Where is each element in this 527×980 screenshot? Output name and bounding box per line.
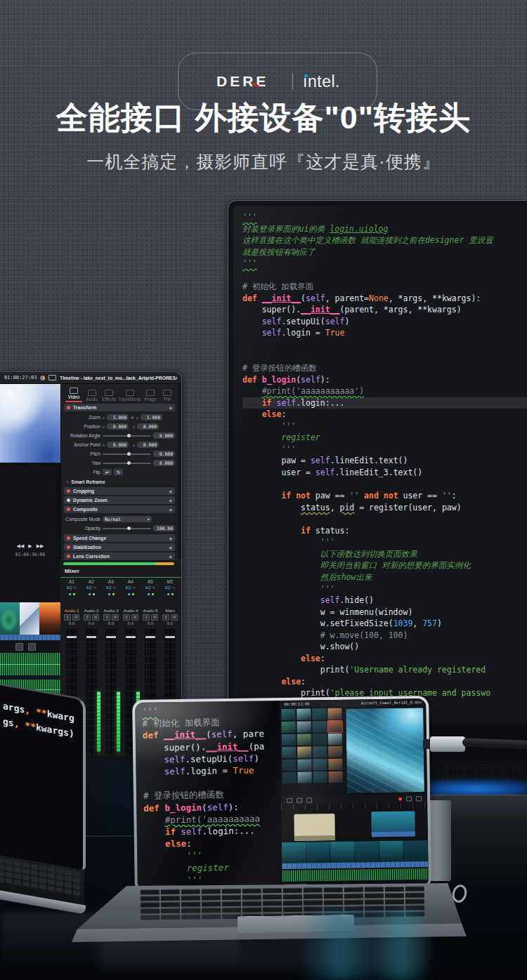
key[interactable]	[222, 889, 241, 894]
key[interactable]	[161, 896, 180, 901]
key[interactable]	[39, 878, 46, 884]
key[interactable]	[405, 887, 424, 892]
key[interactable]	[14, 867, 21, 873]
key[interactable]	[365, 906, 384, 911]
key[interactable]	[304, 900, 323, 905]
key[interactable]	[39, 884, 46, 890]
key[interactable]	[6, 859, 13, 866]
key[interactable]	[222, 908, 241, 913]
media-thumbnail[interactable]	[313, 772, 327, 783]
record-icon[interactable]	[398, 797, 402, 800]
key[interactable]	[385, 899, 404, 904]
media-thumbnail[interactable]	[297, 708, 311, 720]
key[interactable]	[56, 880, 63, 887]
key[interactable]	[385, 906, 404, 911]
key[interactable]	[161, 889, 180, 894]
key[interactable]	[324, 894, 343, 899]
inspector-section-transform[interactable]: Transform◆	[64, 404, 175, 411]
key[interactable]	[48, 885, 55, 892]
key[interactable]	[6, 872, 13, 878]
key[interactable]	[39, 865, 46, 871]
media-thumbnail[interactable]	[282, 722, 296, 733]
key[interactable]	[56, 887, 63, 893]
dropdown-field[interactable]: Normal▾	[103, 516, 152, 522]
media-thumbnail[interactable]	[313, 721, 327, 732]
key[interactable]	[14, 873, 21, 880]
media-thumbnail[interactable]	[328, 734, 342, 745]
media-thumbnail[interactable]	[313, 746, 327, 757]
key[interactable]	[0, 858, 4, 864]
slider-track[interactable]	[103, 463, 151, 464]
media-thumbnail[interactable]	[312, 708, 326, 720]
key[interactable]	[242, 888, 261, 893]
key[interactable]	[202, 901, 221, 906]
solo-button[interactable]: S	[103, 614, 110, 621]
media-thumbnail[interactable]	[297, 721, 311, 732]
key[interactable]	[405, 893, 424, 898]
mute-button[interactable]: M	[72, 614, 79, 621]
key[interactable]	[48, 873, 55, 879]
media-thumbnail[interactable]	[328, 721, 342, 732]
slider-track[interactable]	[103, 453, 151, 455]
key[interactable]	[161, 902, 180, 907]
inspector-section-cropping[interactable]: Cropping◆	[64, 487, 175, 495]
fader-track[interactable]	[86, 628, 97, 756]
key[interactable]	[14, 880, 21, 886]
value-field[interactable]: 0.000	[153, 460, 175, 466]
key[interactable]	[324, 900, 343, 905]
next-clip-icon[interactable]: ▶▶	[37, 543, 44, 549]
key[interactable]	[263, 901, 282, 906]
key[interactable]	[6, 866, 13, 872]
media-thumbnail[interactable]	[328, 759, 342, 770]
solo-button[interactable]: S	[123, 614, 130, 621]
transition-icon[interactable]	[15, 643, 23, 651]
key[interactable]	[222, 901, 241, 906]
mute-button[interactable]: M	[171, 614, 178, 621]
solo-button[interactable]: S	[143, 614, 150, 621]
value-field[interactable]: 0.000	[153, 451, 175, 457]
key[interactable]	[181, 889, 200, 894]
tool-icon[interactable]	[416, 796, 422, 801]
timeline-clip-title[interactable]	[294, 814, 335, 841]
media-thumbnail[interactable]	[282, 747, 296, 758]
key[interactable]	[141, 896, 160, 901]
inspector-tab-video[interactable]: Video	[65, 388, 82, 402]
key[interactable]	[0, 870, 4, 877]
key[interactable]	[202, 895, 221, 900]
clip-thumbnail-sunset[interactable]	[39, 602, 60, 635]
media-thumbnail[interactable]	[282, 772, 297, 783]
slider-track[interactable]	[103, 528, 151, 529]
key[interactable]	[6, 878, 13, 885]
flip-vertical-button[interactable]: ⇅	[114, 469, 123, 475]
key[interactable]	[283, 894, 302, 899]
mute-button[interactable]: M	[131, 614, 138, 621]
key[interactable]	[344, 900, 363, 905]
key[interactable]	[48, 866, 55, 873]
key[interactable]	[14, 861, 21, 867]
slider-track[interactable]	[103, 435, 151, 437]
key[interactable]	[31, 863, 38, 870]
key[interactable]	[31, 870, 38, 876]
key[interactable]	[56, 868, 63, 874]
tool-icon[interactable]	[306, 797, 312, 802]
tool-icon[interactable]	[297, 797, 302, 802]
media-thumbnail[interactable]	[297, 746, 311, 757]
key[interactable]	[181, 895, 200, 900]
key[interactable]	[31, 876, 38, 882]
key[interactable]	[283, 907, 302, 912]
value-field[interactable]: 0.000	[153, 432, 175, 439]
key[interactable]	[263, 894, 282, 899]
media-thumbnail[interactable]	[282, 734, 296, 746]
transition-icon[interactable]	[28, 643, 36, 651]
key[interactable]	[263, 907, 282, 912]
key[interactable]	[0, 864, 4, 870]
media-thumbnail[interactable]	[327, 708, 341, 720]
key[interactable]	[283, 901, 302, 906]
mute-button[interactable]: M	[112, 614, 119, 621]
inspector-section-smart-reframe[interactable]: ›Smart Reframe	[64, 478, 175, 486]
media-thumbnail[interactable]	[298, 772, 312, 783]
inspector-section-dynamic-zoom[interactable]: Dynamic Zoom◆	[64, 496, 175, 504]
inspector-section-lens-correction[interactable]: Lens Correction◆	[64, 552, 175, 559]
key[interactable]	[22, 862, 30, 868]
media-thumbnail[interactable]	[282, 760, 296, 771]
